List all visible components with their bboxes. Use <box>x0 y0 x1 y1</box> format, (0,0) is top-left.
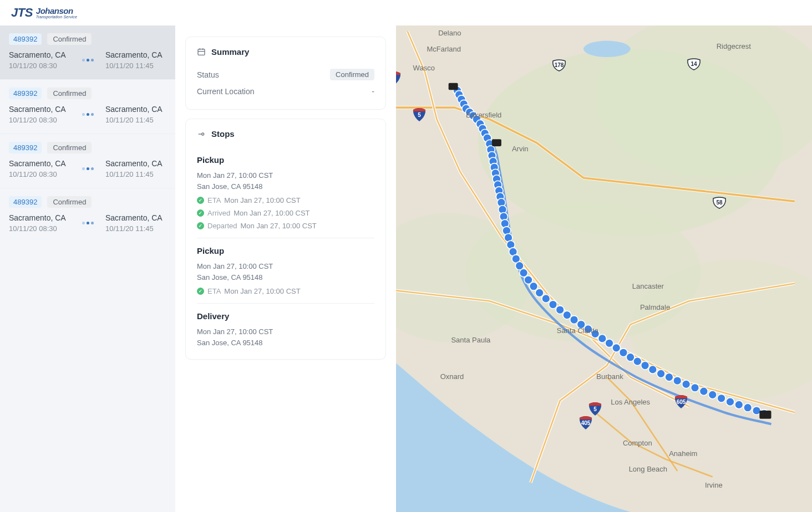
svg-point-67 <box>708 391 717 399</box>
svg-text:14: 14 <box>691 61 697 67</box>
shipment-card[interactable]: 489392 Confirmed Sacramento, CA 10/11/20… <box>0 79 175 134</box>
stop-block: Pickup Mon Jan 27, 10:00 CST San Jose, C… <box>197 147 374 238</box>
brand-name: Johanson <box>36 7 77 15</box>
shipment-id-badge: 489392 <box>9 196 42 208</box>
dest-city: Sacramento, CA <box>105 213 166 222</box>
svg-rect-76 <box>759 411 771 419</box>
check-icon: ✓ <box>197 197 204 204</box>
origin-city: Sacramento, CA <box>9 213 70 222</box>
map-city-label: Arvin <box>512 145 529 153</box>
svg-point-61 <box>657 370 665 378</box>
svg-point-70 <box>735 401 743 409</box>
shipment-status-badge: Confirmed <box>47 142 92 153</box>
brand-logo[interactable]: JTS Johanson Transportation Service <box>11 6 77 20</box>
state-route-shield-icon: 14 <box>686 58 702 73</box>
stop-status-time: Mon Jan 27, 10:00 CST <box>224 196 300 204</box>
stop-datetime: Mon Jan 27, 10:00 CST <box>197 261 374 272</box>
shipment-status-badge: Confirmed <box>47 88 92 99</box>
origin-city: Sacramento, CA <box>9 159 70 168</box>
svg-point-59 <box>641 361 649 370</box>
map-city-label: Santa Clarita <box>557 326 598 335</box>
stop-status-row: ✓ ETA Mon Jan 27, 10:00 CST <box>197 287 374 295</box>
check-icon: ✓ <box>197 209 204 217</box>
svg-text:405: 405 <box>581 420 591 426</box>
dest-time: 10/11/20 11:45 <box>105 116 166 124</box>
origin-city: Sacramento, CA <box>9 105 70 114</box>
stop-address: San Jose, CA 95148 <box>197 272 374 283</box>
svg-point-63 <box>673 377 682 385</box>
stops-card: Stops Pickup Mon Jan 27, 10:00 CST San J… <box>185 119 386 360</box>
summary-icon <box>197 48 206 57</box>
route-map[interactable]: DelanoMcFarlandWascoRidgecrestBakersfiel… <box>396 25 812 512</box>
svg-text:5: 5 <box>418 112 421 118</box>
shipment-list[interactable]: 489392 Confirmed Sacramento, CA 10/11/20… <box>0 25 175 512</box>
stop-status-row: ✓ ETA Mon Jan 27, 10:00 CST <box>197 196 374 204</box>
dest-city: Sacramento, CA <box>105 50 166 59</box>
svg-point-44 <box>535 289 544 297</box>
svg-point-66 <box>699 387 708 396</box>
shipment-id-badge: 489392 <box>9 142 42 153</box>
stop-status-time: Mon Jan 27, 10:00 CST <box>240 222 316 230</box>
interstate-shield-icon: 405 <box>578 416 593 432</box>
route-dots-icon <box>82 59 94 62</box>
origin-time: 10/11/20 08:30 <box>9 224 70 233</box>
svg-text:58: 58 <box>717 199 723 206</box>
location-value: - <box>372 87 374 96</box>
svg-point-46 <box>549 300 557 309</box>
stop-type: Pickup <box>197 246 374 255</box>
interstate-shield-icon: 5 <box>396 71 402 87</box>
check-icon: ✓ <box>197 288 204 295</box>
dest-time: 10/11/20 11:45 <box>105 224 166 233</box>
svg-point-43 <box>530 282 538 290</box>
svg-point-72 <box>753 407 761 415</box>
map-city-label: Ridgecrest <box>717 42 751 50</box>
svg-point-68 <box>717 394 725 402</box>
stop-address: San Jose, CA 95148 <box>197 337 374 349</box>
shipment-card[interactable]: 489392 Confirmed Sacramento, CA 10/11/20… <box>0 25 175 79</box>
stop-status-label: ETA <box>207 196 221 204</box>
map-city-label: Lancaster <box>632 281 664 290</box>
map-city-label: Los Angeles <box>611 398 650 406</box>
stop-status-time: Mon Jan 27, 10:00 CST <box>224 287 300 295</box>
route-dots-icon <box>82 222 94 224</box>
map-city-label: Burbank <box>596 372 623 380</box>
topbar: JTS Johanson Transportation Service <box>0 0 812 25</box>
stop-block: Pickup Mon Jan 27, 10:00 CST San Jose, C… <box>197 238 374 303</box>
origin-time: 10/11/20 08:30 <box>9 116 70 124</box>
svg-point-60 <box>648 366 657 374</box>
map-city-label: Anaheim <box>669 449 697 458</box>
location-label: Current Location <box>197 87 255 96</box>
map-city-label: Long Beach <box>629 464 667 473</box>
svg-point-45 <box>542 295 550 303</box>
stop-status-row: ✓ Departed Mon Jan 27, 10:00 CST <box>197 222 374 230</box>
details-panel: Summary Status Confirmed Current Locatio… <box>175 25 396 512</box>
shipment-status-badge: Confirmed <box>47 196 92 208</box>
shipment-status-badge: Confirmed <box>47 33 92 45</box>
map-city-label: Irvine <box>705 481 723 489</box>
svg-point-71 <box>744 403 752 412</box>
stop-status-label: ETA <box>207 287 221 295</box>
summary-card: Summary Status Confirmed Current Locatio… <box>185 37 386 110</box>
status-value: Confirmed <box>330 69 374 80</box>
shipment-id-badge: 489392 <box>9 33 42 45</box>
status-label: Status <box>197 70 219 79</box>
svg-point-62 <box>665 373 673 381</box>
svg-rect-74 <box>449 83 458 90</box>
stop-status-label: Departed <box>207 222 237 230</box>
shipment-card[interactable]: 489392 Confirmed Sacramento, CA 10/11/20… <box>0 134 175 188</box>
check-icon: ✓ <box>197 222 204 229</box>
dest-time: 10/11/20 11:45 <box>105 62 166 70</box>
stops-icon <box>197 130 206 139</box>
svg-point-65 <box>691 383 699 392</box>
svg-point-58 <box>633 357 642 366</box>
dest-time: 10/11/20 11:45 <box>105 170 166 178</box>
svg-point-1 <box>202 133 204 135</box>
summary-heading: Summary <box>211 47 249 57</box>
svg-text:5: 5 <box>593 406 597 412</box>
map-city-label: McFarland <box>427 45 460 53</box>
stops-heading: Stops <box>211 129 235 139</box>
route-dots-icon <box>82 167 94 170</box>
stop-status-label: Arrived <box>207 209 230 217</box>
shipment-card[interactable]: 489392 Confirmed Sacramento, CA 10/11/20… <box>0 188 175 242</box>
map-city-label: Bakersfield <box>466 110 501 119</box>
